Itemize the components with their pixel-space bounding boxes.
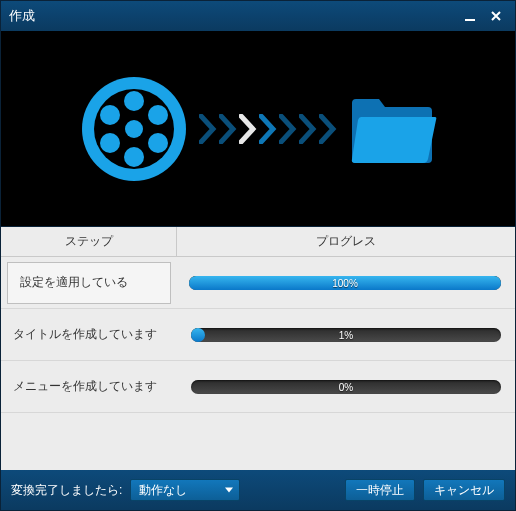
pause-label: 一時停止 — [356, 482, 404, 499]
minimize-button[interactable] — [459, 7, 481, 25]
chevron-right-icon — [219, 114, 237, 144]
arrow-animation — [199, 114, 337, 144]
preview-area — [1, 31, 515, 227]
chevron-right-icon — [259, 114, 277, 144]
svg-point-5 — [124, 147, 144, 167]
close-icon — [490, 10, 502, 22]
chevron-right-icon — [319, 114, 337, 144]
pause-button[interactable]: 一時停止 — [345, 479, 415, 501]
svg-point-9 — [148, 133, 168, 153]
footer-bar: 変換完了しましたら: 動作なし 一時停止 キャンセル — [1, 470, 515, 510]
dialog-window: 作成 — [0, 0, 516, 511]
window-title: 作成 — [9, 7, 455, 25]
progress-fill — [191, 328, 205, 342]
header-progress: プログレス — [177, 227, 515, 256]
progress-bar: 0% — [191, 380, 501, 394]
progress-panel: ステップ プログレス 設定を適用している 100% タイトルを作成しています 1… — [1, 227, 515, 470]
column-headers: ステップ プログレス — [1, 227, 515, 257]
minimize-icon — [464, 10, 476, 22]
svg-point-4 — [124, 91, 144, 111]
progress-percent: 0% — [339, 381, 353, 392]
chevron-down-icon — [225, 488, 233, 493]
progress-percent: 100% — [332, 277, 358, 288]
header-step: ステップ — [1, 227, 177, 256]
after-complete-select[interactable]: 動作なし — [130, 479, 240, 501]
film-reel-icon — [79, 74, 189, 184]
chevron-right-icon — [279, 114, 297, 144]
svg-rect-0 — [465, 19, 475, 21]
cancel-label: キャンセル — [434, 482, 494, 499]
svg-point-7 — [148, 105, 168, 125]
chevron-right-icon — [239, 114, 257, 144]
close-button[interactable] — [485, 7, 507, 25]
step-row: タイトルを作成しています 1% — [1, 309, 515, 361]
chevron-right-icon — [299, 114, 317, 144]
progress-bar: 1% — [191, 328, 501, 342]
cancel-button[interactable]: キャンセル — [423, 479, 505, 501]
step-label: 設定を適用している — [7, 262, 171, 304]
step-label: メニューを作成しています — [1, 378, 177, 395]
svg-point-3 — [125, 120, 143, 138]
svg-point-8 — [100, 133, 120, 153]
after-complete-value: 動作なし — [139, 482, 187, 499]
step-row: 設定を適用している 100% — [1, 257, 515, 309]
progress-percent: 1% — [339, 329, 353, 340]
step-label: タイトルを作成しています — [1, 326, 177, 343]
progress-bar: 100% — [189, 276, 501, 290]
after-complete-label: 変換完了しましたら: — [11, 482, 122, 499]
folder-icon — [347, 89, 437, 169]
step-row: メニューを作成しています 0% — [1, 361, 515, 413]
svg-point-6 — [100, 105, 120, 125]
titlebar: 作成 — [1, 1, 515, 31]
chevron-right-icon — [199, 114, 217, 144]
